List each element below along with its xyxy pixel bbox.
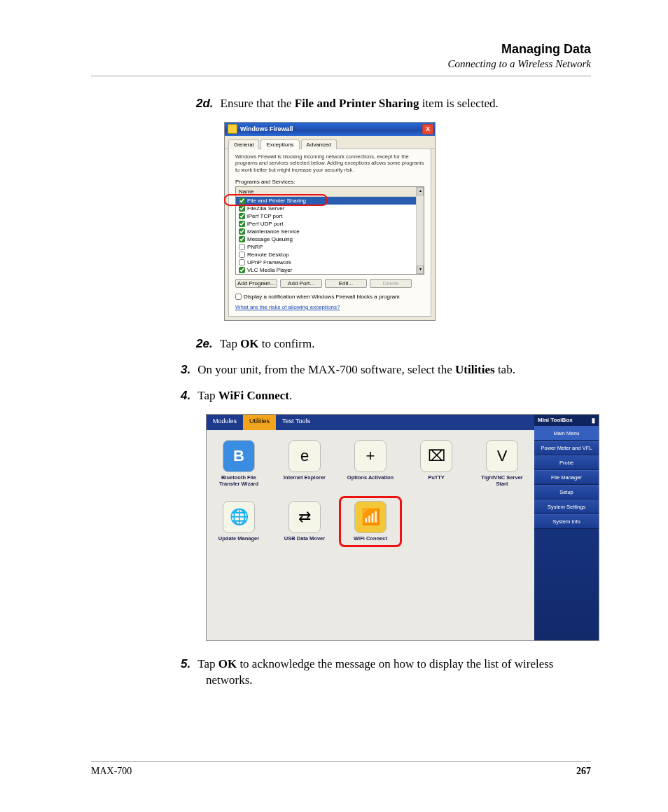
utility-label: Options Activation [344,475,397,481]
step-5-number: 5. [181,657,190,670]
list-item[interactable]: VNC [236,274,424,275]
tab-general[interactable]: General [228,139,259,149]
add-port-button[interactable]: Add Port... [280,279,322,288]
tab-test-tools[interactable]: Test Tools [276,415,316,430]
item-checkbox[interactable] [239,244,245,250]
item-label: Message Queuing [247,236,293,242]
programs-list[interactable]: Name File and Printer SharingFileZilla S… [235,186,424,275]
firewall-title-text: Windows Firewall [240,125,293,132]
utility-icon: ⌧ [420,440,452,472]
footer-page: 267 [576,766,591,777]
add-program-button[interactable]: Add Program... [235,279,277,288]
utility-item[interactable]: ⌧PuTTY [410,440,463,487]
battery-icon: ▮ [592,417,595,424]
utility-icon: B [223,440,255,472]
item-label: PNRP [247,244,263,250]
utility-item[interactable]: 📶WiFi Connect [344,501,397,542]
list-item[interactable]: Message Queuing [236,235,424,243]
delete-button[interactable]: Delete [370,279,412,288]
list-item[interactable]: FileZilla Server [236,205,424,212]
item-checkbox[interactable] [239,259,245,266]
step-5: 5.Tap OK to acknowledge the message on h… [181,656,591,689]
step-2d: 2d.Ensure that the File and Printer Shar… [196,96,591,112]
side-item[interactable]: File Manager [534,470,599,485]
footer-rule [91,761,591,762]
utility-label: USB Data Mover [278,536,331,542]
list-item[interactable]: iPerf UDP port [236,220,424,228]
utility-icon: e [288,440,321,472]
page-header: Managing Data Connecting to a Wireless N… [91,42,591,70]
item-label: iPerf UDP port [247,221,283,227]
utility-item[interactable]: ⇄USB Data Mover [278,501,331,542]
utility-label: Update Manager [212,536,265,542]
tab-exceptions[interactable]: Exceptions [260,139,299,150]
header-title: Managing Data [91,42,591,57]
side-item[interactable]: System Settings [534,500,599,514]
tab-modules[interactable]: Modules [207,415,243,430]
tab-utilities[interactable]: Utilities [243,415,276,430]
red-highlight-wifi: 📶WiFi Connect [339,496,402,547]
notify-checkbox-row[interactable]: Display a notification when Windows Fire… [235,294,424,300]
list-item[interactable]: Remote Desktop [236,251,424,259]
firewall-description: Windows Firewall is blocking incoming ne… [235,153,424,173]
list-item[interactable]: iPerf TCP port [236,212,424,220]
risks-link[interactable]: What are the risks of allowing exception… [235,304,340,310]
utility-label: Bluetooth File Transfer Wizard [212,475,265,487]
item-checkbox[interactable] [239,205,245,212]
item-checkbox[interactable] [239,198,245,204]
utility-icon: ⇄ [288,501,321,533]
scrollbar[interactable]: ▴ ▾ [416,187,424,274]
side-item[interactable]: Setup [534,485,599,500]
item-label: FileZilla Server [247,205,284,212]
utility-label: Internet Explorer [278,475,331,481]
item-checkbox[interactable] [239,236,245,242]
column-header-name[interactable]: Name [236,187,424,197]
step-2e-number: 2e. [196,337,213,350]
list-item[interactable]: PNRP [236,243,424,251]
utility-item[interactable]: +Options Activation [344,440,397,487]
step-4: 4.Tap WiFi Connect. [181,388,591,404]
footer-product: MAX-700 [91,766,132,777]
header-subtitle: Connecting to a Wireless Network [91,58,591,70]
utility-item[interactable]: VTightVNC Server Start [475,440,529,487]
firewall-body: Windows Firewall is blocking incoming ne… [228,149,431,317]
utility-icon: + [354,440,387,472]
side-item[interactable]: Probe [534,455,599,470]
item-label: UPnP Framework [247,259,291,266]
scroll-down-icon[interactable]: ▾ [417,266,424,274]
utilities-area: BBluetooth File Transfer WizardeInternet… [207,430,534,640]
close-icon[interactable]: X [422,124,433,135]
item-checkbox[interactable] [239,252,245,258]
utilities-row-1: BBluetooth File Transfer WizardeInternet… [212,440,529,487]
utilities-tabs: Modules Utilities Test Tools [207,415,534,430]
item-label: VLC Media Player [247,267,292,273]
tab-advanced[interactable]: Advanced [301,139,338,149]
side-item[interactable]: Power Meter and VFL [534,441,599,455]
item-checkbox[interactable] [239,221,245,227]
side-item[interactable]: System Info [534,514,599,529]
side-item[interactable]: Main Menu [534,426,599,441]
utility-label: PuTTY [410,475,463,481]
page-footer: MAX-700 267 [91,755,591,777]
item-checkbox[interactable] [239,267,245,273]
page: Managing Data Connecting to a Wireless N… [0,0,668,812]
step-2e: 2e.Tap OK to confirm. [196,336,591,352]
firewall-buttons: Add Program... Add Port... Edit... Delet… [235,279,424,288]
utility-item[interactable]: 🌐Update Manager [212,501,265,542]
list-item[interactable]: File and Printer Sharing [236,197,424,205]
item-checkbox[interactable] [239,213,245,219]
step-3: 3.On your unit, from the MAX-700 softwar… [181,362,591,378]
utility-item[interactable]: BBluetooth File Transfer Wizard [212,440,265,487]
list-item[interactable]: Maintenance Service [236,228,424,235]
list-item[interactable]: UPnP Framework [236,259,424,266]
scroll-up-icon[interactable]: ▴ [417,187,424,195]
list-item[interactable]: VLC Media Player [236,266,424,274]
firewall-titlebar: Windows Firewall X [225,123,435,136]
step-3-number: 3. [181,363,190,376]
side-panel: Mini ToolBox ▮ Main MenuPower Meter and … [534,415,599,640]
utility-item[interactable]: eInternet Explorer [278,440,331,487]
item-checkbox[interactable] [239,228,245,235]
notify-checkbox[interactable] [235,294,242,300]
utilities-row-2: 🌐Update Manager⇄USB Data Mover📶WiFi Conn… [212,501,529,542]
edit-button[interactable]: Edit... [325,279,367,288]
